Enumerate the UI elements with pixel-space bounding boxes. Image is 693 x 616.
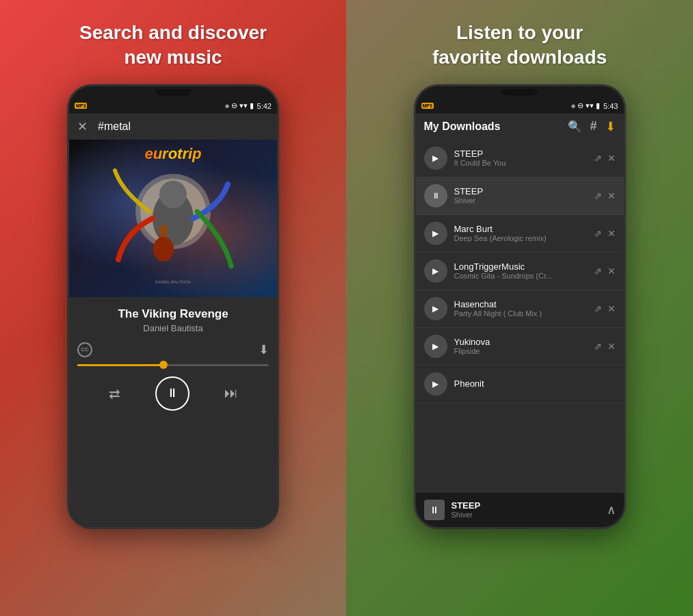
svg-point-3 [159, 181, 187, 208]
track-artist-5: Hasenchat [454, 299, 587, 309]
track-title-2: Shiver [454, 196, 587, 205]
bluetooth-icon: ⎈ [225, 102, 229, 110]
track-pause-button-2[interactable]: ⏸ [424, 184, 447, 207]
progress-track [77, 364, 269, 366]
wifi-icon: ▾▾ [239, 101, 248, 110]
search-button[interactable]: 🔍 [568, 120, 581, 133]
remove-button-1[interactable]: ✕ [607, 153, 616, 164]
track-artist-2: STEEP [454, 186, 587, 196]
track-actions-5: ⇗ ✕ [594, 303, 616, 314]
header-icons: 🔍 # ⬇ [568, 119, 615, 134]
track-play-button-5[interactable]: ▶ [424, 297, 447, 320]
track-list: ▶ STEEP It Could Be You ⇗ ✕ ⏸ STEEP [416, 140, 624, 493]
cc-download-row: CC ⬇ [77, 339, 269, 361]
right-status-right: ⎈ ⊖ ▾▾ ▮ 5:43 [571, 101, 618, 110]
progress-fill [77, 364, 164, 366]
song-info: The Viking Revenge Daniel Bautista [69, 297, 277, 339]
share-button-6[interactable]: ⇗ [594, 341, 602, 352]
track-play-button-7[interactable]: ▶ [424, 372, 447, 396]
signal-icon: ⊖ [231, 101, 237, 110]
left-panel: Search and discovernew music MP3 ⎈ ⊖ ▾▾ … [0, 0, 346, 616]
pause-button[interactable]: ⏸ [155, 376, 189, 411]
right-battery-icon: ▮ [596, 101, 600, 110]
share-button-3[interactable]: ⇗ [594, 228, 602, 239]
screen-header-left: ✕ #metal [69, 114, 277, 140]
track-play-button-3[interactable]: ▶ [424, 222, 447, 245]
shuffle-button[interactable]: ⇄ [109, 385, 120, 402]
cc-icon[interactable]: CC [77, 342, 92, 357]
right-panel: Listen to yourfavorite downloads MP3 ⎈ ⊖… [346, 0, 693, 616]
right-phone-left-button [414, 141, 415, 165]
downloads-title: My Downloads [424, 120, 501, 133]
track-play-button-6[interactable]: ▶ [424, 335, 447, 358]
track-title-4: Cosmic Gita - Sundrops (Cr... [454, 272, 587, 280]
album-art-inner: eurotrip [69, 140, 277, 297]
right-wifi-icon: ▾▾ [586, 101, 594, 110]
track-info-3: Marc Burt Deep Sea (Aerologic remix) [454, 224, 587, 242]
playback-controls: ⇄ ⏸ ⏭ [77, 370, 269, 418]
remove-button-5[interactable]: ✕ [607, 303, 616, 314]
share-button-1[interactable]: ⇗ [594, 153, 602, 164]
hashtag-button[interactable]: # [590, 119, 597, 133]
right-phone: MP3 ⎈ ⊖ ▾▾ ▮ 5:43 My Downloads 🔍 # ⬇ [414, 84, 626, 529]
track-item: ▶ STEEP It Could Be You ⇗ ✕ [416, 140, 624, 177]
status-left-icons: MP3 [75, 103, 87, 109]
album-art: eurotrip [69, 140, 277, 297]
status-right-icons: ⎈ ⊖ ▾▾ ▮ 5:42 [225, 101, 272, 110]
status-bar-left: MP3 ⎈ ⊖ ▾▾ ▮ 5:42 [69, 99, 277, 114]
remove-button-3[interactable]: ✕ [607, 228, 616, 239]
now-playing-info: STEEP Shiver [452, 500, 600, 519]
album-text: eurotrip [144, 145, 201, 163]
track-artist-7: Pheonit [454, 378, 616, 389]
screen-right: My Downloads 🔍 # ⬇ ▶ STEEP It Could Be Y… [416, 114, 624, 527]
share-button-2[interactable]: ⇗ [594, 190, 602, 201]
track-title-3: Deep Sea (Aerologic remix) [454, 234, 587, 242]
next-button[interactable]: ⏭ [224, 385, 238, 401]
track-item-playing: ⏸ STEEP Shiver ⇗ ✕ [416, 177, 624, 215]
track-title-6: Flipside [454, 347, 587, 355]
remove-button-6[interactable]: ✕ [607, 341, 616, 352]
track-actions-6: ⇗ ✕ [594, 341, 616, 352]
album-art-svg: DANIEL BAUTISTA [112, 150, 235, 287]
mp3-badge: MP3 [75, 103, 87, 109]
share-button-5[interactable]: ⇗ [594, 303, 602, 314]
progress-bar[interactable] [77, 364, 269, 366]
track-info-1: STEEP It Could Be You [454, 149, 587, 167]
progress-thumb[interactable] [159, 361, 168, 369]
track-info-5: Hasenchat Party All Night ( Club Mix ) [454, 299, 587, 318]
track-title-5: Party All Night ( Club Mix ) [454, 309, 587, 318]
right-notch-bar [501, 89, 538, 96]
download-track-button[interactable]: ⬇ [259, 342, 269, 357]
now-playing-artist: STEEP [452, 500, 600, 511]
pause-icon: ⏸ [166, 386, 179, 400]
left-headline: Search and discovernew music [79, 21, 267, 70]
song-title: The Viking Revenge [77, 307, 269, 321]
share-button-4[interactable]: ⇗ [594, 266, 602, 277]
close-button[interactable]: ✕ [77, 119, 88, 134]
track-play-button-4[interactable]: ▶ [424, 259, 447, 283]
screen-header-right: My Downloads 🔍 # ⬇ [416, 114, 624, 140]
now-playing-pause-button[interactable]: ⏸ [424, 500, 445, 520]
track-info-7: Pheonit [454, 378, 616, 389]
track-item-5: ▶ Hasenchat Party All Night ( Club Mix )… [416, 290, 624, 328]
track-info-2: STEEP Shiver [454, 186, 587, 205]
battery-icon: ▮ [250, 101, 254, 110]
left-phone: MP3 ⎈ ⊖ ▾▾ ▮ 5:42 ✕ #metal eurotrip [67, 84, 279, 529]
now-playing-title: Shiver [452, 511, 600, 519]
track-artist-4: LongTriggerMusic [454, 261, 587, 272]
remove-button-2[interactable]: ✕ [607, 190, 616, 201]
remove-button-4[interactable]: ✕ [607, 266, 616, 277]
track-item-6: ▶ Yukinova Flipside ⇗ ✕ [416, 328, 624, 365]
track-artist-1: STEEP [454, 149, 587, 159]
track-artist-3: Marc Burt [454, 224, 587, 234]
notch-bar [155, 89, 192, 96]
expand-player-button[interactable]: ∧ [607, 502, 616, 517]
download-all-button[interactable]: ⬇ [605, 119, 616, 134]
screen-left: ✕ #metal eurotrip [69, 114, 277, 527]
track-play-button-1[interactable]: ▶ [424, 146, 447, 170]
screen-title-left: #metal [98, 120, 131, 133]
left-side-button [67, 141, 68, 165]
right-status-left: MP3 [421, 103, 434, 109]
track-item-3: ▶ Marc Burt Deep Sea (Aerologic remix) ⇗… [416, 215, 624, 253]
right-mp3-badge: MP3 [421, 103, 434, 109]
